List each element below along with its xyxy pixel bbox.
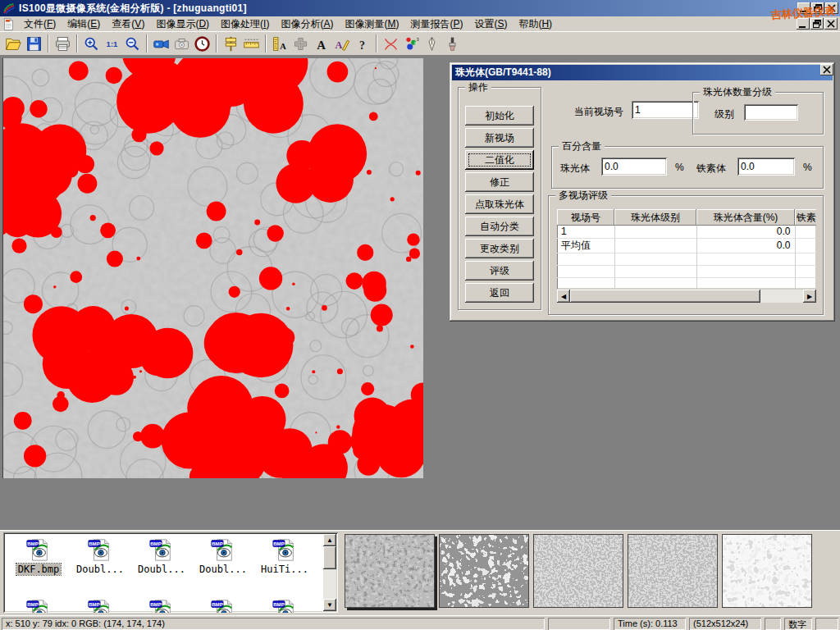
- op-button-1[interactable]: 新视场: [465, 128, 534, 148]
- filelist-vscrollbar[interactable]: ▲▼: [323, 534, 336, 611]
- table-header-3[interactable]: 铁素体含量(%): [795, 209, 816, 226]
- document-icon: [2, 17, 16, 30]
- video-camera-button[interactable]: [151, 34, 171, 54]
- menu-item-3[interactable]: 图像显示(D): [150, 16, 215, 32]
- file-item-1[interactable]: BMPDoubl...: [71, 537, 129, 575]
- table-hscrollbar[interactable]: ◀ ▶: [557, 290, 816, 303]
- brush-button[interactable]: [442, 34, 463, 54]
- actual-size-button[interactable]: 1:1: [102, 34, 122, 54]
- vscroll-thumb[interactable]: [323, 546, 336, 569]
- thumbnail-4[interactable]: [722, 534, 812, 608]
- file-item-4[interactable]: BMPHuiTi...: [256, 537, 313, 575]
- ruler-button[interactable]: [241, 34, 262, 54]
- annotate-button[interactable]: A: [331, 34, 352, 54]
- dialog-close-button[interactable]: [820, 64, 833, 75]
- op-button-8[interactable]: 返回: [465, 283, 534, 303]
- dialog-title-bar[interactable]: 珠光体(GB/T9441-88): [452, 65, 833, 80]
- table-row-1[interactable]: 平均值0.0: [557, 238, 816, 253]
- count-points-button[interactable]: 38: [401, 34, 422, 54]
- mdi-close-button[interactable]: [824, 18, 838, 30]
- menu-item-1[interactable]: 编辑(E): [62, 16, 106, 32]
- bmp-file-icon-partial[interactable]: BMP: [271, 598, 299, 613]
- file-item-2[interactable]: BMPDoubl...: [133, 537, 190, 575]
- minimize-button[interactable]: [797, 2, 810, 14]
- grid-cross-button[interactable]: [290, 34, 311, 54]
- file-name: Doubl...: [198, 564, 249, 575]
- table-cell: [614, 265, 696, 277]
- menu-item-5[interactable]: 图像分析(A): [275, 16, 339, 32]
- svg-text:BMP: BMP: [273, 601, 285, 607]
- thumbnail-0[interactable]: [345, 534, 435, 608]
- current-field-input[interactable]: [632, 101, 699, 119]
- file-item-3[interactable]: BMPDoubl...: [194, 537, 252, 575]
- op-button-7[interactable]: 评级: [465, 261, 534, 281]
- thumbnail-1[interactable]: [439, 534, 529, 608]
- menu-item-6[interactable]: 图像测量(M): [339, 16, 404, 32]
- grading-group-label: 珠光体数量分级: [700, 86, 775, 98]
- table-header-1[interactable]: 珠光体级别: [614, 209, 696, 226]
- close-button[interactable]: [825, 2, 838, 14]
- table-header-0[interactable]: 视场号: [557, 209, 614, 226]
- ferrite-label: 铁素体: [696, 162, 726, 176]
- op-button-4[interactable]: 点取珠光体: [465, 194, 534, 214]
- zoom-in-button[interactable]: [81, 34, 102, 54]
- op-button-6[interactable]: 更改类别: [465, 239, 534, 258]
- pearlite-input[interactable]: [601, 158, 667, 176]
- measure-text-button[interactable]: A: [270, 34, 290, 54]
- svg-text:3: 3: [417, 37, 419, 42]
- table-header-2[interactable]: 珠光体含量(%): [696, 209, 795, 226]
- bmp-file-icon: BMP: [271, 537, 299, 562]
- camera-button[interactable]: [171, 34, 192, 54]
- multifield-table[interactable]: 视场号珠光体级别珠光体含量(%)铁素体含量(%)10.0平均值0.0: [557, 209, 816, 289]
- hscroll-thumb[interactable]: [570, 290, 760, 303]
- menu-item-9[interactable]: 帮助(H): [513, 16, 558, 32]
- video-camera-icon: [153, 35, 170, 52]
- menu-item-0[interactable]: 文件(F): [18, 16, 62, 32]
- table-cell: 0.0: [696, 226, 795, 238]
- file-list[interactable]: BMPDKF.bmpBMPDoubl...BMPDoubl...BMPDoubl…: [3, 532, 338, 613]
- open-folder-button[interactable]: [3, 34, 24, 54]
- save-button[interactable]: [24, 34, 44, 54]
- menu-item-4[interactable]: 图像处理(I): [215, 16, 275, 32]
- table-row-2[interactable]: [557, 253, 816, 265]
- specimen-image[interactable]: [2, 58, 422, 478]
- hscroll-right-button[interactable]: ▶: [803, 290, 816, 303]
- print-button[interactable]: [52, 34, 73, 54]
- table-cell: [557, 277, 614, 289]
- thumbnail-3[interactable]: [628, 534, 718, 608]
- curve-tool-button[interactable]: [381, 34, 401, 54]
- hscroll-left-button[interactable]: ◀: [557, 290, 570, 303]
- help-button[interactable]: ?: [352, 34, 372, 54]
- bmp-file-icon-partial[interactable]: BMP: [209, 598, 237, 613]
- table-row-4[interactable]: [557, 277, 816, 289]
- vscroll-up-button[interactable]: ▲: [323, 534, 336, 546]
- bmp-file-icon-partial[interactable]: BMP: [148, 598, 176, 613]
- menu-item-8[interactable]: 设置(S): [468, 16, 513, 32]
- op-button-2[interactable]: 二值化: [465, 150, 534, 170]
- op-button-0[interactable]: 初始化: [465, 106, 534, 126]
- mdi-minimize-button[interactable]: [797, 18, 810, 30]
- ferrite-input[interactable]: [737, 158, 795, 176]
- op-button-5[interactable]: 自动分类: [465, 217, 534, 236]
- thumbnail-2[interactable]: [533, 534, 623, 608]
- vscroll-down-button[interactable]: ▼: [323, 599, 336, 611]
- open-folder-icon: [5, 35, 22, 52]
- caliper-button[interactable]: [221, 34, 241, 54]
- text-label-button[interactable]: A: [311, 34, 331, 54]
- file-item-0[interactable]: BMPDKF.bmp: [10, 537, 67, 575]
- bmp-file-icon-partial[interactable]: BMP: [25, 598, 52, 613]
- table-row-0[interactable]: 10.0: [557, 226, 816, 238]
- svg-text:BMP: BMP: [150, 601, 162, 607]
- op-button-3[interactable]: 修正: [465, 172, 534, 192]
- level-input[interactable]: [744, 104, 798, 121]
- pen-button[interactable]: [422, 34, 442, 54]
- menu-item-2[interactable]: 查看(V): [106, 16, 150, 32]
- timer-button[interactable]: [192, 34, 212, 54]
- restore-button[interactable]: [811, 2, 824, 14]
- table-row-3[interactable]: [557, 265, 816, 277]
- mdi-restore-button[interactable]: [810, 18, 824, 30]
- app-icon: [2, 2, 16, 15]
- menu-item-7[interactable]: 测量报告(P): [404, 16, 468, 32]
- bmp-file-icon-partial[interactable]: BMP: [86, 598, 114, 613]
- zoom-out-button[interactable]: [122, 34, 143, 54]
